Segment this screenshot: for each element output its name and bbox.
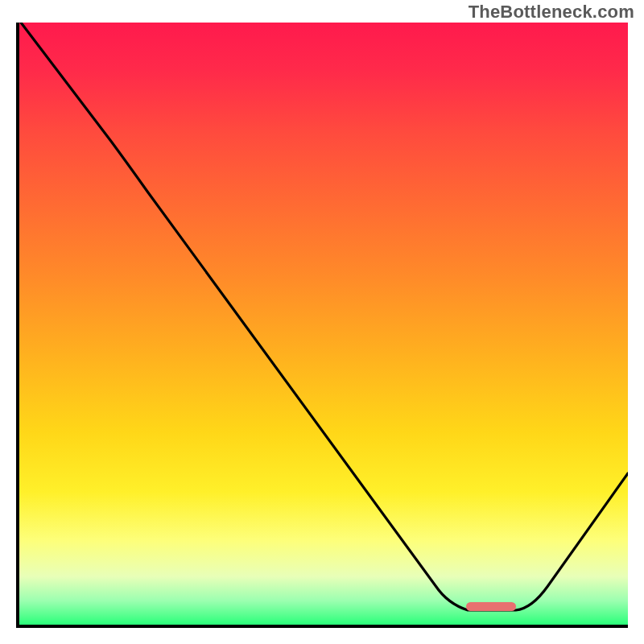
chart-container: TheBottleneck.com xyxy=(0,0,644,644)
optimal-marker xyxy=(466,602,516,611)
plot-area xyxy=(16,23,628,628)
bottleneck-curve xyxy=(19,23,628,625)
watermark-text: TheBottleneck.com xyxy=(469,2,634,23)
